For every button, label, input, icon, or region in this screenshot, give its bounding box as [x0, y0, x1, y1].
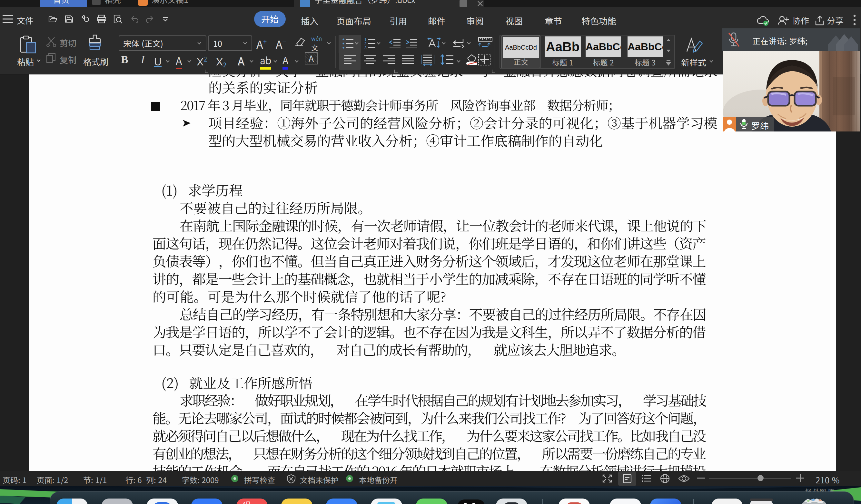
- svg-text:2: 2: [365, 42, 367, 46]
- svg-text:3: 3: [365, 46, 367, 49]
